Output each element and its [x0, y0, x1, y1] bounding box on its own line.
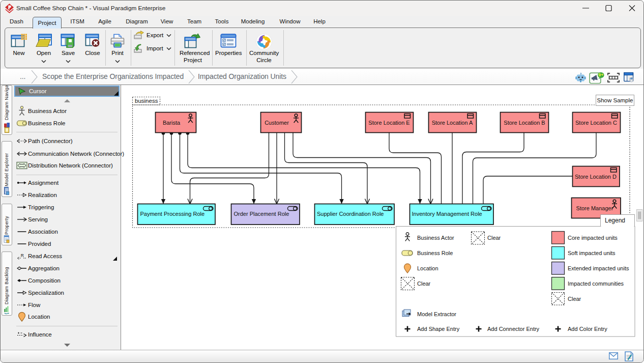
svg-text:Clear: Clear [417, 281, 431, 287]
svg-text:Add Connector Entry: Add Connector Entry [487, 326, 540, 332]
svg-text:Clear: Clear [487, 235, 501, 241]
svg-text:Soft impacted units: Soft impacted units [568, 250, 616, 256]
svg-text:Impacted communities: Impacted communities [568, 281, 624, 287]
svg-text:9+: 9+ [598, 72, 603, 77]
svg-text:Supplier Coordination Role: Supplier Coordination Role [317, 211, 384, 217]
svg-text:Core impacted units: Core impacted units [568, 235, 618, 241]
svg-text:Inventory Management Role: Inventory Management Role [412, 211, 482, 217]
svg-text:Add Color Entry: Add Color Entry [568, 326, 607, 332]
svg-text:Store Location E: Store Location E [368, 120, 409, 126]
svg-text:Add Shape Entry: Add Shape Entry [417, 326, 460, 332]
svg-text:Business Actor: Business Actor [417, 235, 454, 241]
svg-text:Model Extractor: Model Extractor [417, 311, 456, 317]
svg-text:Order Placement Role: Order Placement Role [234, 211, 289, 217]
svg-text:Store Manager: Store Manager [576, 205, 613, 211]
svg-text:Barista: Barista [163, 120, 181, 126]
svg-text:business: business [135, 98, 158, 104]
svg-text:Store Location B: Store Location B [504, 120, 545, 126]
svg-text:Clear: Clear [568, 296, 581, 302]
svg-text:Store Location C: Store Location C [575, 120, 617, 126]
svg-text:Payment Processing Role: Payment Processing Role [140, 211, 205, 217]
svg-text:Business Role: Business Role [417, 250, 453, 256]
svg-text:Show Sample: Show Sample [597, 97, 633, 103]
svg-text:Location: Location [417, 265, 438, 271]
svg-text:Customer: Customer [265, 120, 289, 126]
svg-text:Legend: Legend [605, 217, 625, 224]
svg-text:Store Location A: Store Location A [432, 120, 473, 126]
svg-text:R: R [21, 253, 24, 258]
svg-text:Extended impacted units: Extended impacted units [568, 265, 629, 271]
svg-text:Store Location D: Store Location D [575, 174, 617, 180]
